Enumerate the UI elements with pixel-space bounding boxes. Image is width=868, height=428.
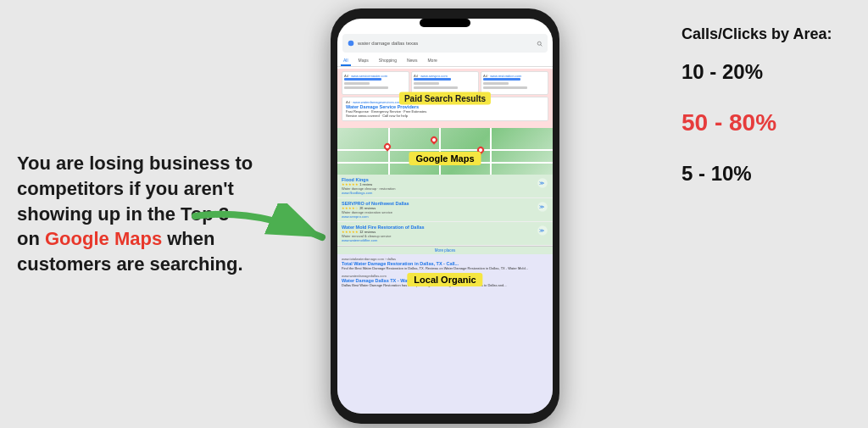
local-organic-label: Local Organic: [407, 273, 482, 286]
paid-ad-2: Ad · www.servpro.com: [411, 71, 479, 95]
map-road-v3: [490, 128, 492, 175]
svg-text:≫: ≫: [539, 228, 544, 233]
stat-value-organic: 5 - 10%: [682, 162, 851, 186]
map-road-v1: [388, 128, 390, 175]
listing-link-1: www.floodkings.com: [342, 191, 395, 195]
search-icon: [537, 41, 542, 47]
stat-item-paid: 10 - 20%: [682, 60, 851, 84]
listing-distance-2: ≫: [537, 201, 548, 214]
listing-link-2: www.servpro.com: [342, 214, 409, 219]
tab-maps: Maps: [356, 56, 371, 66]
map-marker-icon-2: ≫: [537, 201, 548, 213]
phone-mockup: water damage dallas texas All Maps Shopp…: [331, 8, 559, 424]
organic-item-1: www.totalwaterdamage.com › dallas Total …: [342, 257, 548, 270]
phone-body: water damage dallas texas All Maps Shopp…: [331, 8, 559, 424]
svg-point-1: [348, 41, 354, 47]
line6: customers are searching.: [17, 253, 243, 275]
svg-text:≫: ≫: [539, 181, 544, 186]
tab-news: News: [404, 56, 420, 66]
svg-point-2: [537, 42, 541, 45]
map-marker-icon-1: ≫: [537, 177, 548, 189]
tab-more: More: [425, 56, 439, 66]
paid-search-section: Ad · www.servicemaster.com Ad · www.serv…: [337, 69, 553, 128]
google-search-bar: water damage dallas texas: [342, 34, 548, 53]
stat-item-organic: 5 - 10%: [682, 162, 851, 186]
search-query: water damage dallas texas: [358, 41, 418, 46]
paid-ad-single: Ad · www.waterdamageservices.com Water D…: [342, 97, 548, 121]
map-road-h1: [337, 149, 553, 151]
svg-text:≫: ≫: [539, 204, 544, 209]
more-places-link: More places: [337, 246, 553, 254]
listing-distance-1: ≫: [537, 177, 548, 190]
line2: competitors if you aren't: [17, 178, 234, 199]
map-marker-icon-3: ≫: [537, 225, 548, 236]
paid-ad-1: Ad · www.servicemaster.com: [342, 71, 409, 95]
google-maps-section: Flood Kings ★★★★★ 1 review Water damage …: [337, 128, 553, 254]
paid-ad-3: Ad · www.restoration.com: [481, 71, 548, 95]
stats-section: Calls/Clicks by Area: 10 - 20% 50 - 80% …: [682, 25, 851, 211]
stat-item-maps: 50 - 80%: [682, 109, 851, 136]
search-nav-tabs: All Maps Shopping News More: [337, 56, 553, 67]
ad-tag-3: Ad · www.restoration.com: [483, 74, 546, 78]
listing-distance-3: ≫: [537, 225, 548, 237]
stat-value-paid: 10 - 20%: [682, 60, 851, 84]
tab-shopping: Shopping: [376, 56, 399, 66]
map-pin-2: [429, 135, 438, 144]
google-maps-label: Google Maps: [409, 152, 481, 165]
ad-tag-1: Ad · www.servicemaster.com: [344, 74, 407, 78]
ad-tag-2: Ad · www.servpro.com: [414, 74, 476, 78]
listing-item-2: SERVPRO of Northwest Dallas ★★★★☆ 26 rev…: [337, 198, 553, 222]
stat-value-maps: 50 - 80%: [682, 109, 851, 136]
organic-snippet-1: Find the Best Water Damage Restoration i…: [342, 266, 548, 270]
phone-screen: water damage dallas texas All Maps Shopp…: [337, 19, 553, 414]
phone-notch: [420, 19, 470, 27]
google-maps-highlight: Google Maps: [45, 228, 162, 249]
listing-item-1: Flood Kings ★★★★★ 1 review Water damage …: [337, 175, 553, 198]
arrow-icon: [186, 203, 339, 250]
google-logo-icon: [348, 40, 354, 47]
line4: on: [17, 228, 45, 249]
stats-title: Calls/Clicks by Area:: [682, 25, 851, 43]
listing-link-3: www.watermoldfire.com: [342, 238, 425, 242]
line1: You are losing business to: [17, 153, 253, 174]
tab-all: All: [341, 56, 351, 66]
organic-section: www.totalwaterdamage.com › dallas Total …: [337, 254, 553, 414]
svg-line-3: [541, 44, 542, 46]
listing-item-3: Water Mold Fire Restoration of Dallas ★★…: [337, 222, 553, 246]
